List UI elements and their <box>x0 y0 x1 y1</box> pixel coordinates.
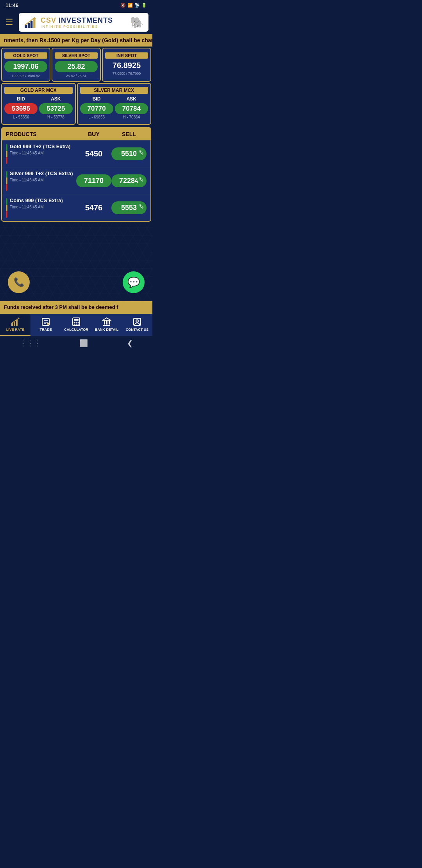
trade-icon <box>41 317 50 326</box>
silver-mcx-title: SILVER MAR MCX <box>80 87 148 94</box>
nav-bank-detail[interactable]: BANK DETAIL <box>91 314 122 336</box>
company-tagline: INFINITE POSSIBILITIES <box>41 25 127 29</box>
svg-rect-27 <box>106 321 107 325</box>
battery-icon: 🔋 <box>141 3 147 8</box>
coins-999-buy: 5476 <box>76 203 111 212</box>
calculator-label: CALCULATOR <box>64 328 88 332</box>
svg-point-23 <box>76 324 77 325</box>
silver-999-buy-btn[interactable]: 71170 <box>76 174 111 187</box>
gold-ask-label: ASK <box>39 96 72 102</box>
svg-point-22 <box>74 324 75 325</box>
header: ☰ CSV INVESTMENTS INFINITE POSSIBILITIES… <box>0 11 152 34</box>
svg-rect-8 <box>16 320 18 326</box>
gold-indicator <box>6 144 7 164</box>
svg-rect-3 <box>30 21 32 28</box>
bank-icon <box>102 317 111 326</box>
logo-text: CSV INVESTMENTS INFINITE POSSIBILITIES <box>41 16 127 29</box>
inr-spot-range: 77.0900 / 76.7000 <box>105 72 148 75</box>
svg-rect-18 <box>74 319 79 321</box>
gold-bid-col: BID 53695 L - 53356 <box>4 96 38 119</box>
table-row: Gold 999 T+2 (TCS Extra) Time - 11:46:45… <box>2 140 150 167</box>
svg-rect-28 <box>109 321 110 325</box>
table-row: Silver 999 T+2 (TCS Extra) Time - 11:46:… <box>2 167 150 194</box>
svg-marker-9 <box>18 317 20 319</box>
silver-low: L - 69853 <box>80 115 113 119</box>
gold-spot-range: 1999.96 / 1980.92 <box>4 74 47 78</box>
table-row: Coins 999 (TCS Extra) Time - 11:46:45 AM… <box>2 194 150 221</box>
contact-icon <box>132 317 142 326</box>
company-name: CSV INVESTMENTS <box>41 16 127 25</box>
android-back-btn[interactable]: ❮ <box>127 339 133 348</box>
spot-prices-grid: GOLD SPOT 1997.06 1999.96 / 1980.92 SILV… <box>0 47 152 83</box>
silver-999-info: Silver 999 T+2 (TCS Extra) Time - 11:46:… <box>10 170 73 182</box>
svg-rect-7 <box>14 322 15 326</box>
whatsapp-fab[interactable]: 💬 <box>123 271 145 293</box>
live-rate-icon <box>11 317 20 326</box>
wifi-icon: 📶 <box>127 3 133 8</box>
silver-ask-value: 70784 <box>115 103 148 114</box>
silver-ask-label: ASK <box>115 96 148 102</box>
inr-spot-title: INR SPOT <box>105 52 148 59</box>
android-menu-btn[interactable]: ⋮⋮⋮ <box>20 339 41 348</box>
svg-rect-6 <box>11 323 13 326</box>
silver-999-name-col: Silver 999 T+2 (TCS Extra) Time - 11:46:… <box>6 170 76 191</box>
phone-icon: 📞 <box>14 277 24 287</box>
calculator-icon <box>72 317 81 326</box>
signal-icon: 📡 <box>134 3 140 8</box>
gold-999-sell-container[interactable]: 5510 BUY <box>111 147 147 160</box>
bottom-nav: LIVE RATE TRADE CALCULATOR <box>0 313 152 336</box>
silver-bid-col: BID 70770 L - 69853 <box>80 96 113 119</box>
products-section: PRODUCTS BUY SELL Gold 999 T+2 (TCS Extr… <box>1 127 151 222</box>
logo-icon <box>23 15 38 29</box>
gold-bid-label: BID <box>4 96 38 102</box>
silver-indicator <box>6 171 7 191</box>
silver-mcx-card: SILVER MAR MCX BID 70770 L - 69853 ASK 7… <box>77 83 152 125</box>
gold-999-name-col: Gold 999 T+2 (TCS Extra) Time - 11:46:45… <box>6 143 76 164</box>
inr-spot-value: 76.8925 <box>105 61 148 70</box>
nav-trade[interactable]: TRADE <box>30 314 61 336</box>
silver-mcx-bid-ask: BID 70770 L - 69853 ASK 70784 H - 70864 <box>80 96 148 119</box>
mute-icon: 🔇 <box>120 3 126 8</box>
silver-high: H - 70864 <box>115 115 148 119</box>
gold-999-buy: 5450 <box>76 149 111 158</box>
android-home-btn[interactable]: ⬜ <box>79 339 88 348</box>
svg-point-31 <box>136 320 138 322</box>
gold-bid-value: 53695 <box>4 103 38 114</box>
gold-mcx-card: GOLD APR MCX BID 53695 L - 53356 ASK 537… <box>1 83 76 125</box>
silver-spot-range: 25.82 / 25.34 <box>55 74 98 78</box>
gold-999-name: Gold 999 T+2 (TCS Extra) <box>10 143 71 150</box>
nav-live-rate[interactable]: LIVE RATE <box>0 314 30 336</box>
contact-us-label: CONTACT US <box>126 328 148 332</box>
gold-mcx-title: GOLD APR MCX <box>4 87 73 94</box>
buy-col-header: BUY <box>76 131 111 137</box>
svg-rect-4 <box>33 19 35 28</box>
nav-calculator[interactable]: CALCULATOR <box>61 314 91 336</box>
silver-999-buy: 71170 <box>76 174 111 187</box>
gold-999-info: Gold 999 T+2 (TCS Extra) Time - 11:46:45… <box>10 143 71 155</box>
silver-ask-col: ASK 70784 H - 70864 <box>115 96 148 119</box>
coins-999-sell-container[interactable]: 5553 BUY <box>111 201 147 214</box>
coins-999-name: Coins 999 (TCS Extra) <box>10 197 63 204</box>
products-col-header: PRODUCTS <box>6 131 76 137</box>
logo-banner: CSV INVESTMENTS INFINITE POSSIBILITIES 🐘 <box>19 13 148 32</box>
silver-spot-value: 25.82 <box>55 61 98 72</box>
bank-detail-label: BANK DETAIL <box>95 328 118 332</box>
coins-indicator <box>6 198 7 218</box>
svg-rect-29 <box>103 325 110 326</box>
mcx-grid: GOLD APR MCX BID 53695 L - 53356 ASK 537… <box>0 83 152 126</box>
svg-rect-1 <box>25 25 27 28</box>
live-rate-label: LIVE RATE <box>6 328 24 332</box>
gold-spot-title: GOLD SPOT <box>4 52 47 59</box>
sell-col-header: SELL <box>111 131 147 137</box>
status-icons: 🔇 📶 📡 🔋 <box>120 3 147 8</box>
coins-999-name-col: Coins 999 (TCS Extra) Time - 11:46:45 AM <box>6 197 76 218</box>
gold-high: H - 53778 <box>39 115 72 119</box>
silver-999-sell-container[interactable]: 72284 BUY <box>111 174 147 187</box>
silver-999-name: Silver 999 T+2 (TCS Extra) <box>10 170 73 177</box>
phone-fab[interactable]: 📞 <box>8 271 30 293</box>
svg-point-21 <box>78 322 79 323</box>
nav-contact-us[interactable]: CONTACT US <box>122 314 152 336</box>
android-nav-bar: ⋮⋮⋮ ⬜ ❮ <box>0 336 152 349</box>
status-time: 11:46 <box>5 2 18 8</box>
hamburger-menu[interactable]: ☰ <box>4 16 15 29</box>
